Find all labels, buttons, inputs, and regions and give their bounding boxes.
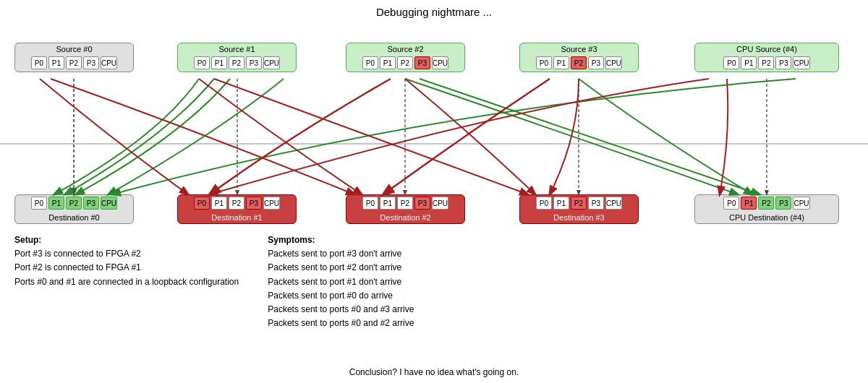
symptoms-line-5: Packets sent to ports #0 and #3 arrive <box>268 303 414 317</box>
title: Debugging nightmare ... <box>0 0 868 21</box>
setup-line-1: Port #3 is connected to FPGA #2 <box>14 247 239 261</box>
symptoms-line-4: Packets sent to port #0 do arrive <box>268 289 414 303</box>
symptoms-section: Symptoms: Packets sent to port #3 don't … <box>268 233 414 330</box>
setup-line-2: Port #2 is connected to FPGA #1 <box>14 261 239 275</box>
connection-arrows <box>0 21 868 245</box>
symptoms-header: Symptoms: <box>268 233 414 247</box>
diagram-area: Source #0 P0 P1 P2 P3 CPU Source #1 P0 P… <box>0 21 868 245</box>
bottom-text: Setup: Port #3 is connected to FPGA #2 P… <box>0 228 868 336</box>
setup-line-3: Ports #0 and #1 are connected in a loopb… <box>14 275 239 289</box>
setup-section: Setup: Port #3 is connected to FPGA #2 P… <box>14 233 239 330</box>
setup-header: Setup: <box>14 233 239 247</box>
conclusion: Conclusion? I have no idea what's going … <box>0 367 868 377</box>
symptoms-line-1: Packets sent to port #3 don't arrive <box>268 247 414 261</box>
symptoms-line-6: Packets sent to ports #0 and #2 arrive <box>268 317 414 330</box>
symptoms-line-3: Packets sent to port #1 don't arrive <box>268 275 414 289</box>
symptoms-line-2: Packets sent to port #2 don't arrive <box>268 261 414 275</box>
